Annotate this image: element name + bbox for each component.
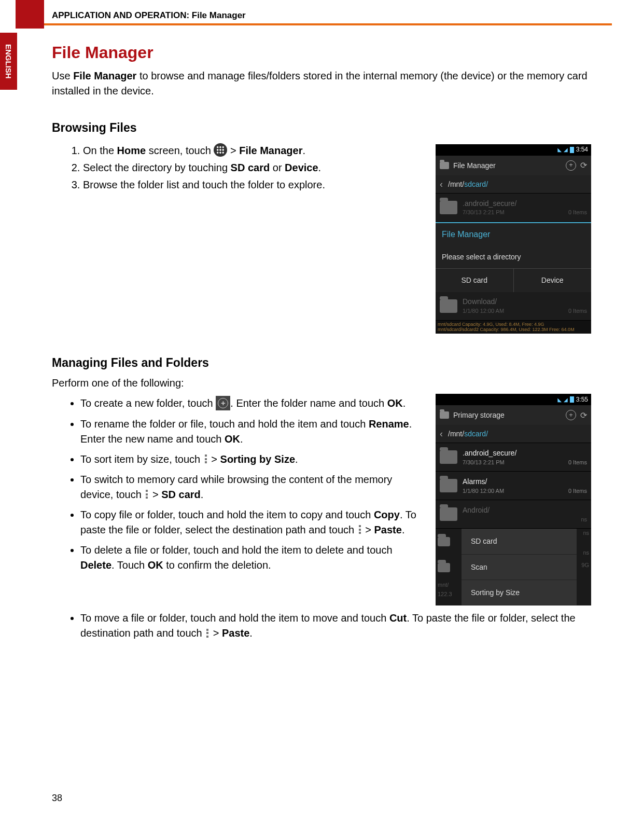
wifi-icon [557,145,562,154]
refresh-icon[interactable]: ⟳ [580,409,587,421]
intro-b: File Manager [73,70,136,81]
b5d: > [362,524,374,535]
b6a: To delete a file or folder, touch and ho… [80,544,393,556]
s1c: screen, touch [146,145,214,156]
b5f: . [402,524,405,535]
folder-count: 0 Items [568,307,587,315]
folder-icon [440,201,457,214]
frag: 122.3 [436,590,462,599]
folder-row[interactable]: Alarms/ 1/1/80 12:00 AM0 Items [436,472,591,500]
dialog-device-button[interactable]: Device [514,269,592,292]
app-icon [440,411,449,419]
screenshot-overflow-menu: 3:55 Primary storage + ⟳ ‹ /mnt/sdcard/ [436,394,591,605]
folder-tail: ns [581,516,587,524]
overflow-menu-icon [144,490,149,499]
b2e: . [240,433,243,445]
folder-icon [440,450,457,464]
path-hl: sdcard/ [464,430,488,438]
folder-icon [440,507,457,521]
dialog-message: Please select a directory [436,245,591,269]
section-browsing-heading: Browsing Files [52,119,591,136]
path-bar[interactable]: ‹ /mnt/sdcard/ [436,175,591,194]
s2c: or [270,162,285,173]
wifi-icon [557,395,562,404]
b4a: To switch to memory card while browsing … [80,474,392,500]
add-icon[interactable]: + [566,410,576,420]
folder-row[interactable]: Download/ 1/1/80 12:00 AM0 Items [436,292,591,321]
frag: 9G [577,561,591,570]
back-icon[interactable]: ‹ [440,427,443,440]
bullet-delete: To delete a file or folder, touch and ho… [80,543,425,573]
bullet-rename: To rename the folder or file, touch and … [80,417,425,447]
folder-name: .android_secure/ [463,448,587,458]
dialog-sdcard-button[interactable]: SD card [436,269,514,292]
path-bar[interactable]: ‹ /mnt/sdcard/ [436,425,591,443]
folder-icon [440,299,457,313]
language-tab: ENGLISH [0,33,17,90]
menu-sorting[interactable]: Sorting by Size [462,580,577,605]
app-bar: File Manager + ⟳ [436,156,591,175]
folder-count: 0 Items [568,209,587,217]
b7d: > [210,627,222,639]
select-directory-dialog: File Manager Please select a directory S… [436,222,591,292]
managing-bullets-cont: To move a file or folder, touch and hold… [52,611,591,641]
b4c: SD card [161,489,201,500]
folder-name: .android_secure/ [463,198,587,209]
intro-text: Use File Manager to browse and manage fi… [52,68,591,99]
frag: ns [577,548,591,558]
menu-sdcard[interactable]: SD card [462,529,577,554]
app-bar: Primary storage + ⟳ [436,405,591,425]
b3a: To sort item by size, touch [80,453,203,465]
step-3: Browse the folder list and touch the fol… [83,177,425,192]
apps-grid-icon [214,143,227,157]
folder-name: Download/ [463,296,587,307]
b5a: To copy file or folder, touch and hold t… [80,509,374,520]
folder-row[interactable]: Android/ ns [436,500,591,529]
s1f: . [302,145,305,156]
b7f: . [249,627,253,639]
s1d: > [227,145,239,156]
page-title: File Manager [52,40,591,64]
folder-date: 7/30/13 2:21 PM [463,459,505,467]
b5e: Paste [374,524,402,535]
browsing-steps: On the Home screen, touch > File Manager… [52,143,425,192]
folder-icon [440,479,457,492]
path-prefix: /mnt/ [448,430,464,438]
path-hl: sdcard/ [464,180,488,188]
s2a: Select the directory by touching [83,162,231,173]
s1e: File Manager [239,145,302,156]
add-icon[interactable]: + [566,160,576,171]
app-icon [440,162,449,169]
running-header: APPLICATION AND OPERATION: File Manager [52,10,246,21]
b1a: To create a new folder, touch [80,397,216,409]
corner-badge [16,0,44,29]
b7b: Cut [389,612,407,624]
s2e: . [318,162,322,173]
path-prefix: /mnt/ [448,180,464,188]
header-rule [44,23,612,25]
bullet-sort: To sort item by size, touch > Sorting by… [80,452,425,467]
current-path: /mnt/sdcard/ [448,429,488,439]
back-icon[interactable]: ‹ [440,177,443,191]
bullet-move: To move a file or folder, touch and hold… [80,611,591,641]
refresh-icon[interactable]: ⟳ [580,159,587,171]
folder-name: Android/ [463,505,587,515]
folder-row[interactable]: .android_secure/ 7/30/13 2:21 PM0 Items [436,443,591,472]
folder-date: 7/30/13 2:21 PM [463,209,505,217]
folder-row[interactable]: .android_secure/ 7/30/13 2:21 PM0 Items [436,194,591,222]
b2b: Rename [369,418,409,430]
b2a: To rename the folder or file, touch and … [80,418,369,430]
b6b: Delete [80,559,111,571]
b6e: to confirm the deletion. [163,559,271,571]
status-bar: 3:55 [436,394,591,405]
storage-stats: mnt/sdcard Capacity: 4.9G, Used: 8.4M, F… [436,321,591,334]
s2d: Device [285,162,318,173]
dialog-title: File Manager [436,222,591,245]
step-1: On the Home screen, touch > File Manager… [83,143,425,158]
menu-scan[interactable]: Scan [462,555,577,580]
intro-a: Use [52,70,73,81]
overflow-menu-icon [205,629,210,638]
b4b: > [149,489,161,500]
overflow-menu-icon [357,525,362,534]
b3b: > [208,453,220,465]
